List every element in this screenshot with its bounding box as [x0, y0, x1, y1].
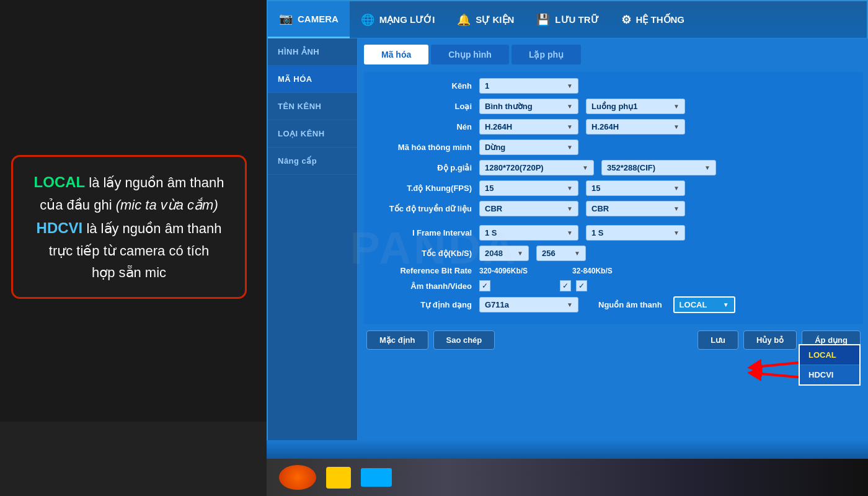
form-row-toc-do-kbs: Tốc độ(Kb/S) 2048 ▼ 256 ▼ — [373, 246, 854, 261]
sao-chep-button[interactable]: Sao chép — [433, 330, 495, 350]
select-toc-do-kbs-1-value: 2048 — [485, 249, 503, 258]
select-toc-do-khung-2[interactable]: 15 ▼ — [586, 180, 685, 196]
checkbox-am-thanh-3[interactable]: ✓ — [576, 280, 587, 291]
ref-bit-value-2: 32-840Kb/S — [572, 267, 613, 275]
select-do-phan-giai-1-value: 1280*720(720P) — [485, 163, 544, 172]
select-toc-do-truyen-2-value: CBR — [591, 204, 609, 213]
sidebar-item-ma-hoa[interactable]: MÃ HÓA — [268, 66, 357, 93]
camera-icon: 📷 — [279, 12, 293, 25]
decoration-obj-1 — [279, 465, 316, 490]
select-nen-2[interactable]: H.264H ▼ — [586, 119, 685, 135]
chevron-down-icon-dpg2: ▼ — [704, 164, 711, 171]
select-toc-do-khung-1[interactable]: 15 ▼ — [479, 180, 578, 196]
label-ma-hoa-thong-minh: Mã hóa thông minh — [373, 143, 472, 152]
svg-line-2 — [755, 373, 804, 378]
select-loai-2[interactable]: Luồng phụ1 ▼ — [586, 99, 685, 114]
select-do-phan-giai-1[interactable]: 1280*720(720P) ▼ — [479, 160, 594, 175]
label-am-thanh: Âm thanh/Video — [373, 281, 472, 291]
form-row-do-phan-giai: Độ p.giải 1280*720(720P) ▼ 352*288(CIF) … — [373, 160, 854, 175]
select-toc-do-truyen-2[interactable]: CBR ▼ — [586, 201, 685, 216]
sidebar: HÌNH ẢNH MÃ HÓA TÊN KÊNH LOẠI KÊNH Nâng … — [268, 38, 358, 441]
select-loai-2-value: Luồng phụ1 — [591, 102, 638, 111]
subtab-lap-phu[interactable]: Lặp phụ — [512, 45, 581, 64]
select-tu-dinh-dang-value: G711a — [485, 300, 509, 309]
chevron-down-icon-loai2: ▼ — [673, 103, 680, 110]
select-nen-2-value: H.264H — [591, 122, 619, 131]
select-toc-do-truyen-1-value: CBR — [485, 204, 502, 213]
checkbox-am-thanh-2[interactable]: ✓ — [560, 280, 571, 291]
checkbox-am-thanh-1[interactable]: ✓ — [479, 280, 490, 291]
select-toc-do-kbs-1[interactable]: 2048 ▼ — [479, 246, 529, 261]
nav-tab-he-thong[interactable]: ⚙ HỆ THỐNG — [610, 1, 696, 38]
subtab-ma-hoa[interactable]: Mã hóa — [364, 45, 428, 64]
nav-tab-luu-tru[interactable]: 💾 LƯU TRỮ — [525, 1, 609, 38]
select-toc-do-kbs-2[interactable]: 256 ▼ — [536, 246, 586, 261]
nav-tab-luu-tru-label: LƯU TRỮ — [555, 14, 598, 25]
chevron-down-icon-loai1: ▼ — [567, 103, 573, 110]
select-tu-dinh-dang[interactable]: G711a ▼ — [479, 297, 578, 312]
dropdown-nguon-am-thanh: LOCAL HDCVI — [799, 344, 861, 386]
label-nguon-am-thanh: Nguồn âm thanh — [598, 300, 662, 309]
form-row-i-frame: I Frame Interval 1 S ▼ 1 S ▼ — [373, 225, 854, 241]
select-toc-do-khung-1-value: 15 — [485, 184, 494, 193]
form-row-ma-hoa-thong-minh: Mã hóa thông minh Dừng ▼ — [373, 140, 854, 155]
label-loai: Loại — [373, 102, 472, 111]
chevron-down-icon-kbs1: ▼ — [517, 250, 523, 257]
svg-line-1 — [755, 362, 804, 367]
nav-tab-camera-label: CAMERA — [298, 14, 339, 24]
sidebar-item-ten-kenh[interactable]: TÊN KÊNH — [268, 93, 357, 120]
label-toc-do-kbs: Tốc độ(Kb/S) — [373, 249, 472, 258]
sidebar-item-hinh-anh[interactable]: HÌNH ẢNH — [268, 38, 357, 66]
sidebar-item-nang-cap[interactable]: Nâng cấp — [268, 148, 357, 175]
select-nguon-am-thanh[interactable]: LOCAL ▼ — [673, 296, 735, 313]
form-row-ref-bit: Reference Bit Rate 320-4096Kb/S 32-840Kb… — [373, 266, 854, 275]
mac-dinh-button[interactable]: Mặc định — [366, 330, 428, 350]
select-toc-do-truyen-1[interactable]: CBR ▼ — [479, 201, 578, 216]
select-i-frame-1[interactable]: 1 S ▼ — [479, 225, 578, 241]
select-kenh[interactable]: 1 ▼ — [479, 78, 578, 94]
subtab-chup-hinh[interactable]: Chụp hình — [431, 45, 509, 64]
select-loai-1[interactable]: Bình thường ▼ — [479, 99, 578, 114]
overlay-explanation-box: LOCAL là lấy nguồn âm thanhcủa đầu ghi (… — [11, 155, 247, 299]
decoration-obj-2 — [326, 467, 351, 489]
chevron-down-icon: ▼ — [567, 82, 573, 89]
form-area: Kênh 1 ▼ Loại Bình thường ▼ Luồng phụ1 ▼ — [364, 72, 863, 324]
select-i-frame-2[interactable]: 1 S ▼ — [586, 225, 685, 241]
chevron-down-icon-tdk2: ▼ — [673, 185, 680, 192]
nav-tab-su-kien[interactable]: 🔔 SỰ KIỆN — [446, 1, 525, 38]
select-nen-1[interactable]: H.264H ▼ — [479, 119, 578, 135]
bottom-image-content — [267, 459, 868, 496]
luu-tru-icon: 💾 — [536, 13, 550, 27]
form-row-toc-do-khung: T.độ Khung(FPS) 15 ▼ 15 ▼ — [373, 180, 854, 196]
form-row-kenh: Kênh 1 ▼ — [373, 78, 854, 94]
nav-tab-camera[interactable]: 📷 CAMERA — [268, 1, 350, 38]
select-nen-1-value: H.264H — [485, 122, 512, 131]
select-kenh-value: 1 — [485, 81, 489, 91]
label-nen: Nén — [373, 122, 472, 131]
dropdown-item-local[interactable]: LOCAL — [800, 345, 859, 365]
overlay-text: LOCAL là lấy nguồn âm thanhcủa đầu ghi (… — [30, 170, 228, 283]
luu-button[interactable]: Lưu — [698, 330, 738, 350]
chevron-down-icon-if2: ▼ — [673, 229, 680, 236]
select-ma-hoa-thong-minh[interactable]: Dừng ▼ — [479, 140, 578, 155]
dropdown-item-hdcvi[interactable]: HDCVI — [800, 365, 859, 384]
chevron-down-icon-tdd: ▼ — [567, 301, 573, 308]
select-do-phan-giai-2[interactable]: 352*288(CIF) ▼ — [601, 160, 716, 175]
left-buttons: Mặc định Sao chép — [366, 330, 495, 350]
form-row-tu-dinh-dang: Tự định dạng G711a ▼ Nguồn âm thanh LOCA… — [373, 296, 854, 313]
form-row-toc-do-truyen: Tốc độ truyền dữ liệu CBR ▼ CBR ▼ — [373, 201, 854, 216]
chevron-down-icon-nen2: ▼ — [673, 123, 680, 130]
select-ma-hoa-thong-minh-value: Dừng — [485, 143, 505, 152]
ref-bit-value-1: 320-4096Kb/S — [479, 267, 528, 275]
sub-tabs: Mã hóa Chụp hình Lặp phụ — [364, 45, 863, 64]
huy-bo-button[interactable]: Hủy bỏ — [743, 330, 797, 350]
nav-tab-mang-luoi[interactable]: 🌐 MẠNG LƯỚI — [350, 1, 446, 38]
form-row-nen: Nén H.264H ▼ H.264H ▼ — [373, 119, 854, 135]
label-ref-bit: Reference Bit Rate — [373, 266, 472, 275]
chevron-down-icon-if1: ▼ — [567, 229, 573, 236]
chevron-down-icon-tdk1: ▼ — [567, 185, 573, 192]
mang-luoi-icon: 🌐 — [361, 13, 374, 27]
sidebar-item-loai-kenh[interactable]: LOẠI KÊNH — [268, 120, 357, 148]
label-toc-do-truyen: Tốc độ truyền dữ liệu — [373, 204, 472, 213]
chevron-down-icon-nen1: ▼ — [567, 123, 573, 130]
